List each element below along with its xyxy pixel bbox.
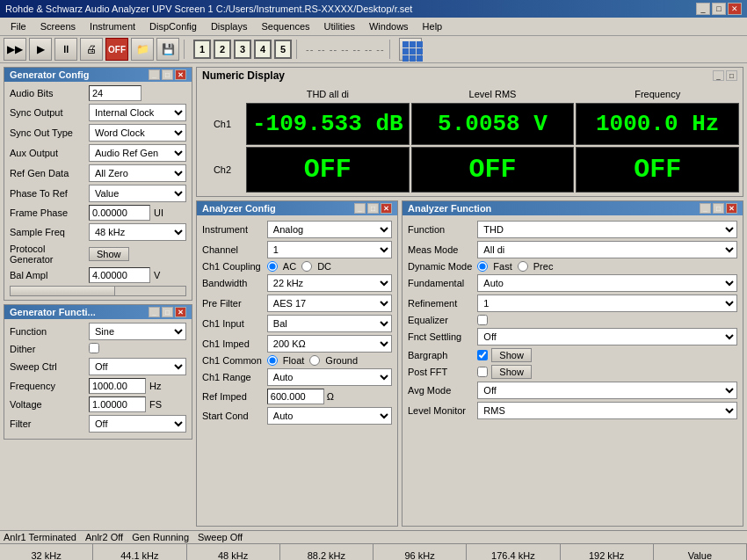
sample-freq-select[interactable]: 48 kHz bbox=[89, 223, 186, 241]
sync-out-type-select[interactable]: Word Clock bbox=[89, 124, 186, 142]
freq-96k-button[interactable]: 96 kHz bbox=[374, 544, 467, 560]
level-monitor-select[interactable]: RMS bbox=[477, 402, 737, 419]
gen-config-close[interactable]: ✕ bbox=[175, 69, 186, 80]
bal-ampl-input[interactable] bbox=[89, 267, 150, 283]
ref-gen-data-select[interactable]: All Zero bbox=[89, 164, 186, 182]
gen-func-close[interactable]: ✕ bbox=[175, 307, 186, 317]
sweep-ctrl-select[interactable]: Off bbox=[89, 358, 186, 375]
bandwidth-select[interactable]: 22 kHz bbox=[267, 274, 392, 292]
ch2-level-value: OFF bbox=[411, 147, 575, 193]
play-all-button[interactable]: ▶▶ bbox=[4, 38, 26, 61]
grid-button[interactable] bbox=[399, 38, 422, 61]
protocol-gen-show-button[interactable]: Show bbox=[89, 247, 129, 261]
off-button[interactable]: OFF bbox=[105, 38, 128, 61]
af-function-select[interactable]: THD bbox=[477, 221, 737, 238]
screen-2-button[interactable]: 2 bbox=[214, 40, 231, 59]
channel-select[interactable]: 1 bbox=[267, 241, 392, 258]
maximize-button[interactable]: □ bbox=[712, 3, 726, 15]
freq-32k-button[interactable]: 32 kHz bbox=[0, 544, 93, 560]
left-panel: Generator Config _ □ ✕ Audio Bits Sync bbox=[4, 67, 192, 527]
screen-1-button[interactable]: 1 bbox=[193, 40, 211, 59]
common-ground-radio[interactable] bbox=[309, 355, 320, 366]
sync-out-type-label: Sync Out Type bbox=[10, 127, 89, 138]
refinement-select[interactable]: 1 bbox=[477, 295, 737, 312]
avg-mode-select[interactable]: Off bbox=[477, 382, 737, 399]
instrument-select[interactable]: Analog bbox=[267, 221, 392, 238]
gen-func-maximize[interactable]: □ bbox=[162, 307, 173, 317]
freq-176k-button[interactable]: 176.4 kHz bbox=[467, 544, 560, 560]
freq-44k-button[interactable]: 44.1 kHz bbox=[93, 544, 186, 560]
aux-output-select[interactable]: Audio Ref Gen bbox=[89, 144, 186, 162]
dither-checkbox[interactable] bbox=[89, 343, 99, 353]
hscrollbar[interactable] bbox=[10, 286, 186, 296]
menu-item-file[interactable]: File bbox=[4, 19, 33, 33]
common-float-radio[interactable] bbox=[267, 355, 278, 366]
pause-button[interactable]: ⏸ bbox=[54, 38, 77, 61]
post-fft-checkbox[interactable] bbox=[477, 367, 488, 377]
phase-to-ref-select[interactable]: Value bbox=[89, 185, 186, 202]
filter-select[interactable]: Off bbox=[89, 415, 186, 433]
function-select[interactable]: Sine bbox=[89, 323, 186, 340]
print-button[interactable]: 🖨 bbox=[80, 38, 103, 61]
minimize-button[interactable]: _ bbox=[696, 3, 710, 15]
freq-48k-button[interactable]: 48 kHz bbox=[187, 544, 280, 560]
ch1-input-select[interactable]: Bal bbox=[267, 315, 392, 332]
ch2-label: Ch2 bbox=[200, 147, 244, 193]
screen-4-button[interactable]: 4 bbox=[254, 40, 272, 59]
sync-output-select[interactable]: Internal Clock bbox=[89, 104, 186, 121]
menu-item-sequences[interactable]: Sequences bbox=[254, 19, 316, 33]
menu-item-help[interactable]: Help bbox=[416, 19, 450, 33]
dynmode-prec-radio[interactable] bbox=[518, 261, 528, 272]
meas-mode-select[interactable]: All di bbox=[477, 241, 737, 258]
numeric-maximize[interactable]: □ bbox=[726, 70, 737, 81]
menu-item-windows[interactable]: Windows bbox=[362, 19, 416, 33]
screen-5-button[interactable]: 5 bbox=[274, 40, 292, 59]
save-button[interactable]: 💾 bbox=[156, 38, 179, 61]
coupling-dc-radio[interactable] bbox=[301, 261, 312, 272]
bargraph-group: Show bbox=[477, 348, 737, 362]
menu-item-screens[interactable]: Screens bbox=[33, 19, 83, 33]
numeric-minimize[interactable]: _ bbox=[713, 70, 724, 81]
analyzer-function-title: Analyzer Function bbox=[408, 203, 491, 214]
ref-imped-input[interactable] bbox=[267, 389, 324, 404]
audio-bits-input[interactable] bbox=[89, 85, 141, 101]
close-button[interactable]: ✕ bbox=[728, 3, 742, 15]
anlr-func-minimize[interactable]: _ bbox=[700, 203, 711, 214]
start-cond-select[interactable]: Auto bbox=[267, 407, 392, 425]
generator-func-titlebar: Generator Functi... _ □ ✕ bbox=[4, 305, 192, 319]
post-fft-show-button[interactable]: Show bbox=[491, 365, 532, 379]
anlr-config-close[interactable]: ✕ bbox=[381, 203, 392, 214]
equalizer-checkbox[interactable] bbox=[477, 315, 488, 325]
ch1-imped-select[interactable]: 200 KΩ bbox=[267, 335, 392, 353]
fnct-settling-select[interactable]: Off bbox=[477, 328, 737, 345]
voltage-input[interactable] bbox=[89, 396, 146, 412]
coupling-ac-radio[interactable] bbox=[267, 261, 278, 272]
menu-item-displays[interactable]: Displays bbox=[204, 19, 255, 33]
gen-config-minimize[interactable]: _ bbox=[149, 69, 160, 80]
anlr-config-minimize[interactable]: _ bbox=[354, 203, 366, 214]
ch1-level-value: 5.0058 V bbox=[411, 103, 575, 145]
bargraph-checkbox[interactable] bbox=[477, 350, 488, 360]
ch1-range-select[interactable]: Auto bbox=[267, 368, 392, 386]
frequency-input[interactable] bbox=[89, 378, 146, 394]
menu-item-instrument[interactable]: Instrument bbox=[83, 19, 142, 33]
freq-192k-button[interactable]: 192 kHz bbox=[561, 544, 654, 560]
pre-filter-select[interactable]: AES 17 bbox=[267, 295, 392, 312]
anlr-config-maximize[interactable]: □ bbox=[367, 203, 379, 214]
menu-item-dispconfig[interactable]: DispConfig bbox=[142, 19, 204, 33]
frame-phase-input[interactable] bbox=[89, 205, 150, 221]
screen-3-button[interactable]: 3 bbox=[234, 40, 251, 59]
anlr-func-maximize[interactable]: □ bbox=[713, 203, 724, 214]
menu-item-utilities[interactable]: Utilities bbox=[317, 19, 362, 33]
gen-config-maximize[interactable]: □ bbox=[162, 69, 173, 80]
freq-88k-button[interactable]: 88.2 kHz bbox=[280, 544, 374, 560]
play-button[interactable]: ▶ bbox=[29, 38, 52, 61]
bargraph-show-button[interactable]: Show bbox=[491, 348, 532, 362]
fundamental-select[interactable]: Auto bbox=[477, 274, 737, 292]
voltage-unit: FS bbox=[149, 399, 162, 410]
dynmode-fast-radio[interactable] bbox=[477, 261, 488, 272]
gen-func-minimize[interactable]: _ bbox=[149, 307, 160, 317]
folder-button[interactable]: 📁 bbox=[131, 38, 154, 61]
anlr-func-close[interactable]: ✕ bbox=[726, 203, 737, 214]
value-button[interactable]: Value bbox=[654, 544, 747, 560]
